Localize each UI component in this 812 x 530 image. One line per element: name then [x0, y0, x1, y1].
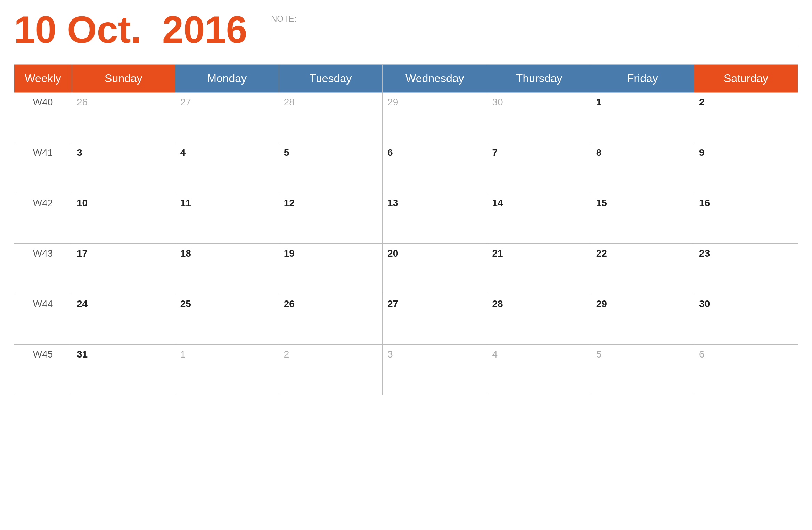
header-tuesday: Tuesday — [279, 65, 382, 93]
page-header: 10 Oct. 2016 NOTE: — [14, 10, 798, 54]
day-cell: 12 — [279, 193, 382, 244]
day-number: 14 — [492, 198, 503, 208]
day-cell: 7 — [487, 143, 591, 193]
note-line-1 — [271, 30, 798, 30]
day-number: 28 — [284, 97, 295, 107]
day-cell: 1 — [591, 93, 694, 143]
day-cell: 23 — [694, 244, 798, 294]
day-cell: 15 — [591, 193, 694, 244]
day-number: 15 — [596, 198, 607, 208]
day-cell: 29 — [383, 93, 487, 143]
day-cell: 5 — [591, 345, 694, 395]
note-line-3 — [271, 46, 798, 46]
day-cell: 20 — [383, 244, 487, 294]
day-number: 26 — [284, 298, 295, 309]
day-number: 22 — [596, 248, 607, 259]
day-cell: 27 — [383, 294, 487, 345]
day-number: 6 — [387, 147, 393, 158]
header-sunday: Sunday — [72, 65, 175, 93]
day-cell: 29 — [591, 294, 694, 345]
note-line-2 — [271, 38, 798, 38]
day-number: 24 — [77, 298, 88, 309]
day-number: 1 — [180, 349, 186, 360]
day-number: 23 — [699, 248, 710, 259]
day-number: 21 — [492, 248, 503, 259]
day-cell: 24 — [72, 294, 175, 345]
day-cell: 21 — [487, 244, 591, 294]
day-number: 6 — [699, 349, 705, 360]
day-number: 20 — [387, 248, 398, 259]
header-monday: Monday — [175, 65, 279, 93]
week-label: W42 — [14, 193, 72, 244]
day-cell: 6 — [694, 345, 798, 395]
day-cell: 4 — [487, 345, 591, 395]
day-number: 16 — [699, 198, 710, 208]
calendar-row: W40262728293012 — [14, 93, 798, 143]
year-title: 2016 — [162, 10, 247, 49]
day-cell: 17 — [72, 244, 175, 294]
day-cell: 25 — [175, 294, 279, 345]
day-number: 5 — [284, 147, 289, 158]
day-number: 27 — [180, 97, 191, 107]
day-cell: 6 — [383, 143, 487, 193]
day-cell: 26 — [72, 93, 175, 143]
day-cell: 8 — [591, 143, 694, 193]
day-cell: 1 — [175, 345, 279, 395]
header-wednesday: Wednesday — [383, 65, 487, 93]
day-number: 30 — [699, 298, 710, 309]
day-number: 26 — [77, 97, 88, 107]
day-number: 4 — [492, 349, 498, 360]
week-label: W43 — [14, 244, 72, 294]
day-number: 4 — [180, 147, 186, 158]
day-number: 28 — [492, 298, 503, 309]
week-label: W45 — [14, 345, 72, 395]
day-number: 30 — [492, 97, 503, 107]
day-cell: 4 — [175, 143, 279, 193]
day-cell: 13 — [383, 193, 487, 244]
day-cell: 9 — [694, 143, 798, 193]
day-number: 3 — [77, 147, 82, 158]
day-number: 17 — [77, 248, 88, 259]
calendar-table: Weekly Sunday Monday Tuesday Wednesday T… — [14, 64, 798, 395]
week-label: W40 — [14, 93, 72, 143]
day-number: 2 — [284, 349, 289, 360]
day-number: 13 — [387, 198, 398, 208]
day-number: 18 — [180, 248, 191, 259]
day-cell: 28 — [279, 93, 382, 143]
header-saturday: Saturday — [694, 65, 798, 93]
calendar-header-row: Weekly Sunday Monday Tuesday Wednesday T… — [14, 65, 798, 93]
day-number: 19 — [284, 248, 295, 259]
day-cell: 2 — [279, 345, 382, 395]
day-number: 29 — [596, 298, 607, 309]
day-number: 11 — [180, 198, 191, 208]
day-number: 5 — [596, 349, 602, 360]
header-weekly: Weekly — [14, 65, 72, 93]
week-label: W44 — [14, 294, 72, 345]
day-cell: 27 — [175, 93, 279, 143]
day-cell: 31 — [72, 345, 175, 395]
day-number: 7 — [492, 147, 498, 158]
note-section: NOTE: — [250, 10, 798, 54]
day-cell: 3 — [383, 345, 487, 395]
day-cell: 3 — [72, 143, 175, 193]
day-cell: 26 — [279, 294, 382, 345]
day-number: 1 — [596, 97, 602, 107]
day-number: 10 — [77, 198, 88, 208]
day-number: 3 — [387, 349, 393, 360]
day-cell: 19 — [279, 244, 382, 294]
day-cell: 11 — [175, 193, 279, 244]
day-cell: 28 — [487, 294, 591, 345]
title-area: 10 Oct. 2016 — [14, 10, 250, 49]
day-number: 29 — [387, 97, 398, 107]
month-title: 10 Oct. — [14, 10, 141, 49]
week-label: W41 — [14, 143, 72, 193]
day-cell: 18 — [175, 244, 279, 294]
day-number: 9 — [699, 147, 705, 158]
day-cell: 16 — [694, 193, 798, 244]
day-number: 8 — [596, 147, 602, 158]
header-friday: Friday — [591, 65, 694, 93]
header-thursday: Thursday — [487, 65, 591, 93]
day-cell: 10 — [72, 193, 175, 244]
day-number: 27 — [387, 298, 398, 309]
day-cell: 22 — [591, 244, 694, 294]
